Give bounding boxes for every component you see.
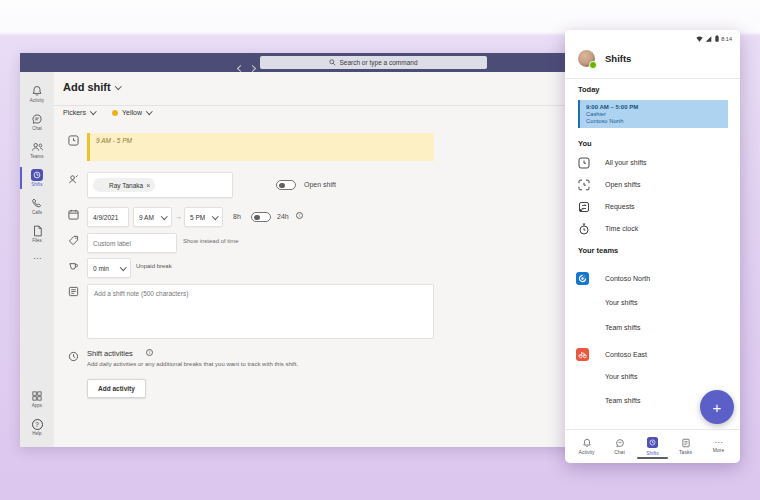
shifts-mobile-app: 8:14 Shifts Today 9:00 AM – 5:00 PM Cash…	[565, 30, 740, 463]
phone-icon	[31, 197, 43, 209]
your-teams-heading: Your teams	[578, 246, 618, 255]
search-icon	[329, 59, 336, 66]
shift-note-textarea[interactable]	[87, 284, 434, 339]
nav-item-chat[interactable]: Chat	[603, 430, 636, 463]
24h-label: 24h	[277, 213, 289, 220]
app-title: Shifts	[605, 53, 631, 64]
shifts-icon	[31, 169, 43, 181]
start-time-select[interactable]: 9 AM	[133, 207, 172, 227]
activities-title: Shift activities	[87, 349, 133, 358]
open-shift-clock-icon	[578, 179, 590, 191]
sidebar-item-shifts[interactable]: Shifts	[20, 164, 54, 192]
open-shift-toggle[interactable]	[276, 180, 296, 190]
activities-info-icon[interactable]: i	[146, 349, 153, 356]
calendar-icon	[68, 209, 79, 220]
link-your-shifts[interactable]: Your shifts	[605, 299, 637, 306]
chevron-down-icon	[90, 108, 96, 114]
shift-time-preview[interactable]: 9 AM - 5 PM	[87, 133, 434, 161]
chevron-down-icon	[120, 264, 126, 270]
contoso-east-logo-icon	[576, 348, 589, 361]
24h-toggle[interactable]	[251, 212, 271, 222]
add-activity-button[interactable]: Add activity	[87, 379, 146, 398]
arrow-right-icon: →	[175, 213, 182, 220]
link-team-shifts[interactable]: Team shifts	[605, 397, 640, 404]
menu-item-requests[interactable]: Requests	[565, 200, 740, 215]
document-icon	[32, 225, 43, 237]
nav-item-activity[interactable]: Activity	[570, 430, 603, 463]
chevron-down-icon	[161, 213, 167, 219]
battery-icon	[715, 35, 719, 42]
help-icon: ?	[32, 419, 43, 430]
theme-color-dropdown[interactable]: Yellow	[112, 109, 151, 116]
assign-person-icon	[68, 174, 79, 185]
people-icon	[31, 141, 44, 153]
pickers-dropdown[interactable]: Pickers	[63, 109, 95, 116]
teams-desktop-window: Search or type a command Activity Chat T…	[20, 53, 660, 447]
nav-item-tasks[interactable]: Tasks	[669, 430, 702, 463]
sidebar-item-teams[interactable]: Teams	[20, 136, 54, 164]
info-icon[interactable]: i	[296, 212, 303, 219]
custom-label-input[interactable]	[88, 240, 176, 247]
sidebar-item-chat[interactable]: Chat	[20, 108, 54, 136]
sidebar-item-more[interactable]: ⋯	[20, 248, 54, 268]
chat-icon	[31, 113, 43, 125]
custom-label-field[interactable]	[87, 233, 177, 253]
you-heading: You	[578, 139, 592, 148]
note-icon	[68, 286, 79, 297]
team-item-contoso-north[interactable]: Contoso North	[565, 272, 740, 287]
avatar	[95, 180, 106, 191]
status-bar: 8:14	[696, 35, 732, 42]
requests-swap-icon	[578, 201, 590, 213]
menu-item-time-clock[interactable]: Time clock	[565, 222, 740, 237]
today-shift-card[interactable]: 9:00 AM – 5:00 PM Cashier Contoso North	[578, 100, 728, 128]
bell-icon	[582, 438, 592, 448]
wifi-icon	[696, 36, 703, 42]
nav-item-more[interactable]: ⋯ More	[702, 430, 735, 463]
coffee-cup-icon	[68, 260, 79, 271]
menu-item-all-your-shifts[interactable]: All your shifts	[565, 156, 740, 171]
link-your-shifts[interactable]: Your shifts	[605, 373, 637, 380]
clock-square-icon	[68, 135, 79, 146]
sidebar-item-calls[interactable]: Calls	[20, 192, 54, 220]
assignee-field[interactable]: Ray Tanaka ×	[87, 172, 233, 198]
search-input[interactable]: Search or type a command	[260, 56, 487, 69]
today-heading: Today	[578, 85, 600, 94]
tag-icon	[68, 235, 79, 246]
assignee-chip[interactable]: Ray Tanaka ×	[93, 178, 155, 192]
stopwatch-icon	[578, 223, 590, 235]
custom-label-hint: Show instead of time	[183, 238, 239, 244]
ellipsis-icon: ⋯	[715, 440, 723, 446]
chevron-down-icon	[212, 213, 218, 219]
activities-description: Add daily activities or any additional b…	[87, 361, 298, 367]
shifts-icon	[647, 437, 658, 448]
bell-icon	[31, 85, 43, 97]
add-shift-fab[interactable]: +	[700, 390, 734, 424]
sidebar-item-files[interactable]: Files	[20, 220, 54, 248]
sidebar-item-help[interactable]: ? Help	[20, 413, 54, 441]
sidebar-item-activity[interactable]: Activity	[20, 80, 54, 108]
search-placeholder: Search or type a command	[339, 59, 417, 66]
ellipsis-icon: ⋯	[33, 254, 41, 263]
break-duration-select[interactable]: 0 min	[87, 258, 131, 278]
title-bar: Search or type a command	[20, 53, 660, 72]
chevron-down-icon	[115, 83, 121, 89]
contoso-north-logo-icon	[576, 272, 589, 285]
status-time: 8:14	[721, 36, 732, 42]
chat-icon	[615, 438, 625, 448]
date-field[interactable]: 4/9/2021	[87, 207, 129, 227]
clock-square-icon	[578, 157, 590, 169]
nav-active-indicator	[637, 457, 668, 459]
end-time-select[interactable]: 5 PM	[184, 207, 223, 227]
page-title[interactable]: Add shift	[63, 81, 120, 93]
remove-assignee-icon[interactable]: ×	[146, 182, 150, 189]
cell-signal-icon	[705, 36, 712, 42]
apps-grid-icon	[31, 390, 43, 402]
link-team-shifts[interactable]: Team shifts	[605, 324, 640, 331]
team-item-contoso-east[interactable]: Contoso East	[565, 348, 740, 363]
menu-item-open-shifts[interactable]: Open shifts	[565, 178, 740, 193]
chevron-down-icon	[146, 108, 152, 114]
sidebar-item-apps[interactable]: Apps	[20, 385, 54, 413]
activity-clock-icon	[68, 351, 79, 362]
break-hint: Unpaid break	[136, 263, 172, 269]
yellow-color-dot	[112, 110, 118, 116]
